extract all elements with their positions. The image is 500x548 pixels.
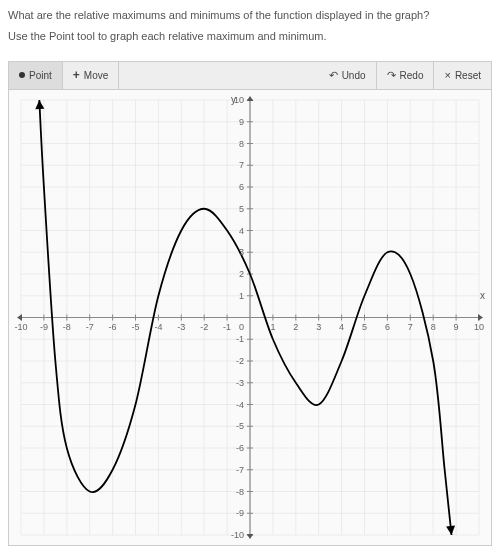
svg-text:4: 4 xyxy=(239,225,244,235)
reset-icon: × xyxy=(444,69,450,81)
svg-marker-88 xyxy=(247,96,254,101)
svg-text:1: 1 xyxy=(270,321,275,331)
point-label: Point xyxy=(29,70,52,81)
reset-label: Reset xyxy=(455,70,481,81)
svg-text:-10: -10 xyxy=(231,530,244,540)
svg-text:9: 9 xyxy=(239,117,244,127)
move-icon: + xyxy=(73,68,80,82)
svg-text:3: 3 xyxy=(239,247,244,257)
svg-text:5: 5 xyxy=(239,204,244,214)
svg-text:-5: -5 xyxy=(236,421,244,431)
question-text: What are the relative maximums and minim… xyxy=(8,8,492,23)
svg-text:-1: -1 xyxy=(223,321,231,331)
svg-text:-1: -1 xyxy=(236,334,244,344)
svg-text:8: 8 xyxy=(431,321,436,331)
svg-text:-8: -8 xyxy=(63,321,71,331)
svg-text:-8: -8 xyxy=(236,486,244,496)
svg-text:7: 7 xyxy=(408,321,413,331)
move-label: Move xyxy=(84,70,108,81)
move-tool-button[interactable]: + Move xyxy=(63,62,119,89)
svg-text:-9: -9 xyxy=(236,508,244,518)
toolbar: Point + Move ↶ Undo ↷ Redo × Reset xyxy=(9,62,491,90)
svg-text:6: 6 xyxy=(385,321,390,331)
svg-marker-87 xyxy=(17,314,22,321)
svg-text:2: 2 xyxy=(293,321,298,331)
svg-text:3: 3 xyxy=(316,321,321,331)
undo-label: Undo xyxy=(342,70,366,81)
graph-area[interactable]: -10-9-8-7-6-5-4-3-2-112345678910 -10-9-8… xyxy=(9,90,491,545)
svg-text:6: 6 xyxy=(239,182,244,192)
svg-text:-7: -7 xyxy=(236,465,244,475)
svg-marker-84 xyxy=(35,100,44,109)
x-axis-label: x xyxy=(480,290,485,301)
svg-text:-2: -2 xyxy=(200,321,208,331)
reset-button[interactable]: × Reset xyxy=(434,62,491,89)
svg-text:-10: -10 xyxy=(14,321,27,331)
svg-text:10: 10 xyxy=(474,321,484,331)
svg-text:5: 5 xyxy=(362,321,367,331)
svg-text:-4: -4 xyxy=(154,321,162,331)
graph-svg: -10-9-8-7-6-5-4-3-2-112345678910 -10-9-8… xyxy=(9,90,491,545)
svg-text:9: 9 xyxy=(454,321,459,331)
svg-text:-3: -3 xyxy=(177,321,185,331)
redo-icon: ↷ xyxy=(387,69,396,82)
svg-marker-89 xyxy=(247,534,254,539)
svg-text:-7: -7 xyxy=(86,321,94,331)
redo-label: Redo xyxy=(400,70,424,81)
undo-button[interactable]: ↶ Undo xyxy=(319,62,377,89)
undo-icon: ↶ xyxy=(329,69,338,82)
point-tool-button[interactable]: Point xyxy=(9,62,63,89)
y-axis-label: y xyxy=(231,94,236,105)
svg-text:8: 8 xyxy=(239,138,244,148)
svg-text:2: 2 xyxy=(239,269,244,279)
svg-text:7: 7 xyxy=(239,160,244,170)
svg-marker-86 xyxy=(478,314,483,321)
svg-text:-2: -2 xyxy=(236,356,244,366)
svg-text:-9: -9 xyxy=(40,321,48,331)
svg-text:-5: -5 xyxy=(131,321,139,331)
toolbar-spacer xyxy=(119,62,318,89)
svg-text:0: 0 xyxy=(239,321,244,331)
instruction-text: Use the Point tool to graph each relativ… xyxy=(8,29,492,44)
svg-text:-4: -4 xyxy=(236,399,244,409)
redo-button[interactable]: ↷ Redo xyxy=(377,62,435,89)
point-icon xyxy=(19,72,25,78)
svg-text:1: 1 xyxy=(239,291,244,301)
graph-container: Point + Move ↶ Undo ↷ Redo × Reset xyxy=(8,61,492,546)
svg-text:-3: -3 xyxy=(236,378,244,388)
svg-text:-6: -6 xyxy=(236,443,244,453)
svg-text:-6: -6 xyxy=(109,321,117,331)
svg-text:4: 4 xyxy=(339,321,344,331)
